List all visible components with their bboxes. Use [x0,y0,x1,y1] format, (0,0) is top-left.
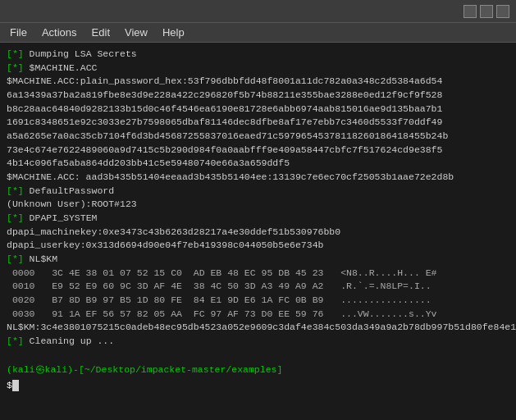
prompt-dollar-line[interactable]: $ [7,379,509,393]
prompt-path: -[~/Desktop/impacket-master/examples] [73,363,282,377]
terminal-line [7,349,509,363]
terminal-line: [*] DPAPI_SYSTEM [7,212,509,226]
maximize-button[interactable] [480,5,493,18]
terminal-line: $MACHINE.ACC:plain_password_hex:53f796db… [7,75,509,89]
terminal-line: [*] Dumping LSA Secrets [7,48,509,62]
terminal-prompt[interactable]: (kali㉿kali)-[~/Desktop/impacket-master/e… [7,363,509,377]
terminal-line: 0010 E9 52 E9 60 9C 3D AF 4E 38 4C 50 3D… [7,280,509,294]
terminal-line: $MACHINE.ACC: aad3b435b51404eeaad3b435b5… [7,171,509,185]
terminal-line: dpapi_machinekey:0xe3473c43b6263d28217a4… [7,226,509,240]
terminal-line: 73e4c674e7622489060a9d7415c5b290d984f0a0… [7,144,509,158]
terminal-line: dpapi_userkey:0x313d6694d90e04f7eb419398… [7,239,509,253]
window-controls[interactable] [463,5,509,18]
menu-help[interactable]: Help [156,25,191,40]
terminal-output: [*] Dumping LSA Secrets[*] $MACHINE.ACC$… [0,43,516,420]
terminal-line: NL$KM:3c4e3801075215c0adeb48ec95db4523a0… [7,321,509,335]
terminal-line: a5a6265e7a0ac35cb7104f6d3bd4568725583701… [7,130,509,144]
terminal-line: 0030 91 1A EF 56 57 82 05 AA FC 97 AF 73… [7,308,509,322]
menu-actions[interactable]: Actions [35,25,84,40]
terminal-line: [*] DefaultPassword [7,185,509,199]
menu-edit[interactable]: Edit [85,25,116,40]
prompt-user: (kali㉿kali) [7,363,73,377]
terminal-line: [*] NL$KM [7,253,509,267]
close-button[interactable] [496,5,509,18]
terminal-line: 0000 3C 4E 38 01 07 52 15 C0 AD EB 48 EC… [7,267,509,281]
title-bar [0,0,516,23]
menu-view[interactable]: View [118,25,154,40]
terminal-line: 6a13439a37ba2a819fbe8e3d9e228a422c296820… [7,89,509,103]
cursor [12,380,19,391]
terminal-line: b8c28aac64840d9282133b15d0c46f4546ea6190… [7,103,509,116]
menu-file[interactable]: File [3,25,34,40]
terminal-line: [*] $MACHINE.ACC [7,62,509,75]
menu-bar: File Actions Edit View Help [0,23,516,43]
terminal-line: 4b14c096fa5aba864dd203bb41c5e59480740e66… [7,157,509,171]
terminal-line: [*] Cleaning up ... [7,335,509,349]
terminal-line: 0020 B7 8D B9 97 B5 1D 80 FE 84 E1 9D E6… [7,294,509,308]
prompt-dollar: $ [7,379,12,393]
terminal-line: (Unknown User):ROOT#123 [7,198,509,212]
terminal-line: 1691c8348651e92c3033e27b7598065dbaf81146… [7,116,509,130]
minimize-button[interactable] [463,5,477,18]
